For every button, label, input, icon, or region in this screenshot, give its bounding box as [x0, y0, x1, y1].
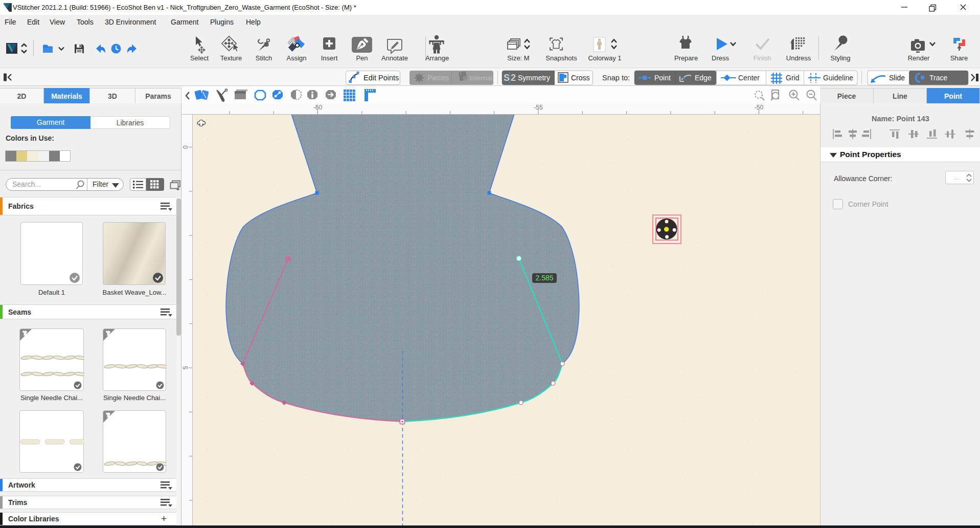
svg-text:2.585: 2.585 [535, 274, 553, 282]
svg-text:2: 2 [511, 73, 516, 83]
svg-text:Cross: Cross [571, 74, 590, 82]
svg-text:-60: -60 [313, 104, 323, 111]
svg-text:-55: -55 [534, 104, 543, 111]
svg-text:Edge: Edge [695, 74, 712, 82]
svg-text:Snap to:: Snap to: [602, 74, 630, 82]
svg-text:Internal: Internal [469, 74, 492, 82]
svg-text:0: 0 [182, 145, 189, 149]
svg-text:Center: Center [738, 74, 760, 82]
svg-text:Edit Points: Edit Points [363, 74, 399, 82]
svg-text:Trace: Trace [929, 74, 947, 82]
svg-text:-50: -50 [755, 104, 764, 111]
svg-text:Symmetry: Symmetry [518, 74, 550, 82]
svg-text:Guideline: Guideline [823, 74, 853, 82]
svg-text:Pieces: Pieces [427, 74, 449, 82]
svg-text:S: S [504, 73, 510, 83]
svg-text:5: 5 [182, 366, 189, 369]
svg-text:Grid: Grid [786, 74, 799, 82]
svg-text:Point: Point [654, 74, 671, 82]
svg-text:Slide: Slide [889, 74, 905, 82]
